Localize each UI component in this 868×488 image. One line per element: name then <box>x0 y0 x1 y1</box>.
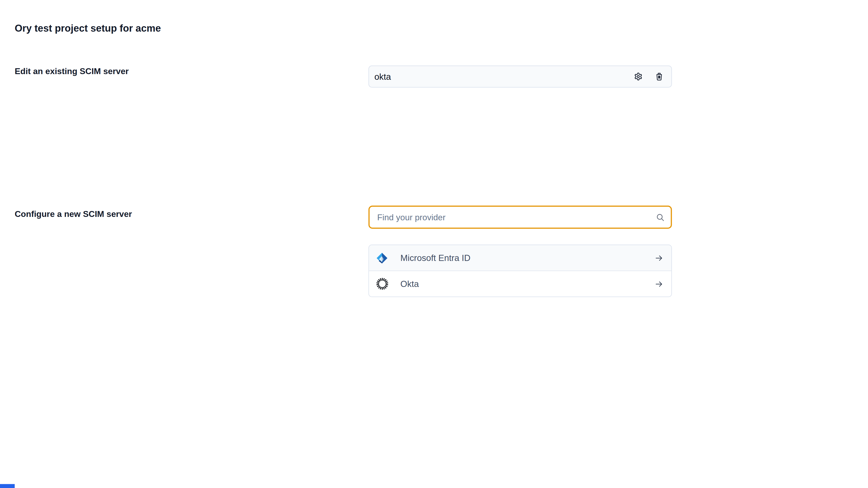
section-heading-edit-existing-scim: Edit an existing SCIM server <box>15 66 129 76</box>
microsoft-entra-id-logo-icon <box>375 252 389 265</box>
provider-label: Microsoft Entra ID <box>400 253 654 263</box>
existing-scim-server-card[interactable]: okta <box>368 66 672 88</box>
arrow-right-icon <box>654 253 663 262</box>
search-icon <box>655 213 665 222</box>
arrow-right-icon <box>654 279 663 288</box>
page-title: Ory test project setup for acme <box>15 23 161 35</box>
provider-search <box>368 205 672 229</box>
gear-icon <box>634 72 643 81</box>
okta-logo-icon <box>375 278 389 291</box>
page: Ory test project setup for acme Edit an … <box>0 0 868 488</box>
configure-server-button[interactable] <box>634 72 643 81</box>
delete-server-button[interactable] <box>655 72 664 81</box>
server-card-actions <box>634 72 671 81</box>
bottom-left-accent-bar <box>0 484 15 488</box>
provider-list: Microsoft Entra ID <box>368 245 672 297</box>
scim-server-name: okta <box>369 71 634 82</box>
provider-row-okta[interactable]: Okta <box>369 271 671 297</box>
provider-search-input[interactable] <box>368 205 672 229</box>
trash-icon <box>655 72 664 81</box>
provider-row-microsoft-entra-id[interactable]: Microsoft Entra ID <box>369 245 671 271</box>
section-heading-configure-new-scim: Configure a new SCIM server <box>15 209 132 219</box>
provider-label: Okta <box>400 279 654 289</box>
